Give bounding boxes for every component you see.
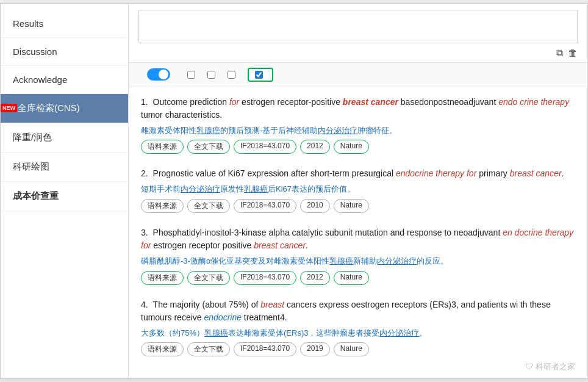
tag-nature[interactable]: Nature <box>334 140 369 154</box>
result-number-0: 1. <box>141 97 151 107</box>
result-number-2: 3. <box>141 228 151 237</box>
tag-----[interactable]: 全文下载 <box>187 271 230 285</box>
copy-icon[interactable]: ⧉ <box>556 48 563 59</box>
filter-gt10[interactable] <box>228 71 239 79</box>
sidebar-item-5[interactable]: 科研绘图 <box>1 153 128 182</box>
watermark: 🛡 科研者之家 <box>525 361 575 372</box>
tag-if2018-43-070[interactable]: IF2018=43.070 <box>234 140 296 154</box>
tag-----[interactable]: 语料来源 <box>141 199 184 213</box>
result-cn-title-1: 短期手术前内分泌治疗原发性乳腺癌后Ki67表达的预后价值。 <box>141 183 575 195</box>
tag-nature[interactable]: Nature <box>334 342 369 356</box>
search-input[interactable] <box>138 10 578 43</box>
filter-bar <box>129 63 587 87</box>
result-item-3: 4. The majority (about 75%) of breast ca… <box>141 298 575 357</box>
result-title-1: 2. Prognostic value of Ki67 expression a… <box>141 167 575 181</box>
tag-2010[interactable]: 2010 <box>300 199 330 213</box>
result-cn-title-0: 雌激素受体阳性乳腺癌的预后预测-基于后神经辅助内分泌治疗肿瘤特征。 <box>141 124 575 137</box>
top-input-area: ⧉ 🗑 <box>129 4 587 63</box>
tag-if2018-43-070[interactable]: IF2018=43.070 <box>234 271 296 285</box>
tag-----[interactable]: 全文下载 <box>187 342 230 356</box>
cns-filter[interactable] <box>248 68 273 82</box>
sidebar: ResultsDiscussionAcknowledgeNEW全库检索(CNS)… <box>1 4 129 379</box>
result-cn-title-3: 大多数（约75%）乳腺癌表达雌激素受体(ERs)3，这些肿瘤患者接受内分泌治疗。 <box>141 327 575 339</box>
tag-nature[interactable]: Nature <box>334 199 369 213</box>
sidebar-item-2[interactable]: Acknowledge <box>1 66 128 94</box>
result-title-0: 1. Outcome prediction for estrogen recep… <box>141 96 575 122</box>
result-title-3: 4. The majority (about 75%) of breast ca… <box>141 298 575 325</box>
sidebar-item-1[interactable]: Discussion <box>1 38 128 66</box>
tag-2012[interactable]: 2012 <box>300 140 330 154</box>
result-number-1: 2. <box>141 168 151 178</box>
result-tags-0: 语料来源全文下载IF2018=43.0702012Nature <box>141 140 575 154</box>
result-item-2: 3. Phosphatidyl-inositol-3-kinase alpha … <box>141 226 575 285</box>
sidebar-item-4[interactable]: 降重/润色 <box>1 123 128 153</box>
tag-----[interactable]: 语料来源 <box>141 140 184 154</box>
result-item-0: 1. Outcome prediction for estrogen recep… <box>141 96 575 154</box>
result-item-1: 2. Prognostic value of Ki67 expression a… <box>141 167 575 212</box>
tag-----[interactable]: 全文下载 <box>187 199 230 213</box>
filter-3-10[interactable] <box>207 71 219 79</box>
tag-----[interactable]: 语料来源 <box>141 271 184 285</box>
sidebar-item-3[interactable]: NEW全库检索(CNS) <box>1 94 128 123</box>
result-title-2: 3. Phosphatidyl-inositol-3-kinase alpha … <box>141 226 575 253</box>
filter-lt3[interactable] <box>187 71 199 79</box>
tag-if2018-43-070[interactable]: IF2018=43.070 <box>234 342 296 356</box>
result-tags-3: 语料来源全文下载IF2018=43.0702019Nature <box>141 342 575 356</box>
delete-icon[interactable]: 🗑 <box>568 48 578 59</box>
checkbox-cns[interactable] <box>255 71 263 79</box>
checkbox-gt10[interactable] <box>228 71 235 79</box>
sidebar-item-6[interactable]: 成本价查重 <box>1 182 128 211</box>
result-tags-2: 语料来源全文下载IF2018=43.0702012Nature <box>141 271 575 285</box>
tag-nature[interactable]: Nature <box>334 271 369 285</box>
checkbox-lt3[interactable] <box>187 71 195 79</box>
results-list: 1. Outcome prediction for estrogen recep… <box>129 87 587 379</box>
right-panel: ⧉ 🗑 <box>129 4 587 379</box>
translate-toggle[interactable] <box>147 68 170 81</box>
checkbox-3-10[interactable] <box>207 71 215 79</box>
tag-----[interactable]: 语料来源 <box>141 342 184 356</box>
result-number-3: 4. <box>141 300 151 309</box>
result-tags-1: 语料来源全文下载IF2018=43.0702010Nature <box>141 199 575 213</box>
tag-2019[interactable]: 2019 <box>300 342 330 356</box>
tag-if2018-43-070[interactable]: IF2018=43.070 <box>234 199 296 213</box>
tag-2012[interactable]: 2012 <box>300 271 330 285</box>
tag-----[interactable]: 全文下载 <box>187 140 230 154</box>
sidebar-item-0[interactable]: Results <box>1 10 128 38</box>
result-cn-title-2: 磷脂酰肌醇-3-激酶α催化亚基突变及对雌激素受体阳性乳腺癌新辅助内分泌治疗的反应… <box>141 255 575 267</box>
